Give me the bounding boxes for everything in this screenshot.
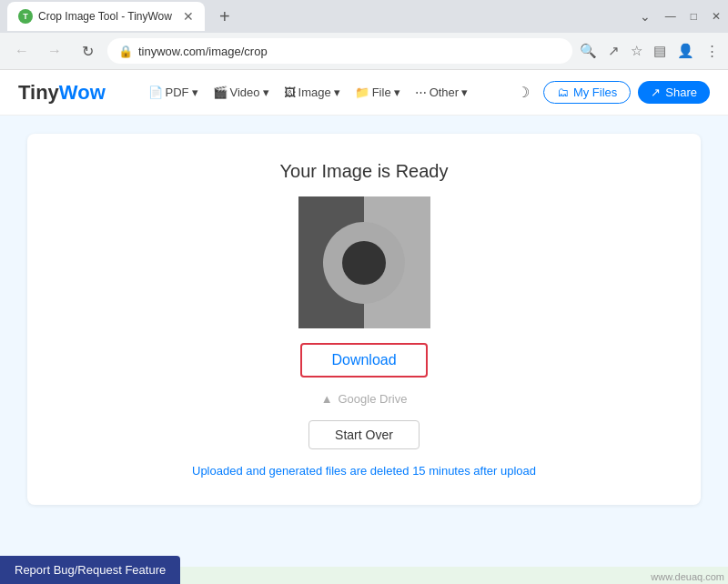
my-files-button[interactable]: 🗂 My Files [543, 81, 631, 104]
tab-title: Crop Image Tool - TinyWow [38, 10, 172, 23]
header-actions: ☽ 🗂 My Files ↗ Share [511, 80, 710, 106]
title-bar: T Crop Image Tool - TinyWow ✕ + ⌄ — □ ✕ [0, 0, 728, 33]
url-input[interactable]: 🔒 tinywow.com/image/crop [107, 38, 572, 64]
result-card: Your Image is Ready Download ▲ Google Dr… [27, 134, 701, 505]
nav-item-file[interactable]: 📁 File ▾ [355, 86, 400, 99]
share-icon[interactable]: ↗ [608, 43, 620, 59]
other-dropdown-icon: ▾ [461, 86, 468, 99]
start-over-label: Start Over [335, 428, 393, 442]
nav-item-image[interactable]: 🖼 Image ▾ [284, 86, 340, 99]
google-drive-button[interactable]: ▲ Google Drive [321, 392, 408, 406]
nav-other-label: Other [430, 86, 460, 99]
notice-text: Uploaded and generated files are deleted… [192, 464, 536, 478]
close-button[interactable]: ✕ [712, 10, 721, 23]
file-dropdown-icon: ▾ [394, 86, 400, 99]
nav-item-pdf[interactable]: 📄 PDF ▾ [148, 86, 198, 99]
drive-icon: ▲ [321, 392, 333, 406]
back-button[interactable]: ← [9, 38, 35, 64]
video-icon: 🎬 [213, 86, 228, 99]
refresh-button[interactable]: ↻ [75, 38, 100, 64]
report-bug-button[interactable]: Report Bug/Request Feature [0, 556, 180, 584]
my-files-label: My Files [573, 86, 617, 99]
address-bar: ← → ↻ 🔒 tinywow.com/image/crop 🔍 ↗ ☆ ▤ 👤… [0, 33, 728, 69]
share-button[interactable]: ↗ Share [638, 81, 710, 104]
chevron-icon: ⌄ [640, 9, 651, 24]
start-over-button[interactable]: Start Over [308, 420, 420, 449]
forward-button[interactable]: → [42, 38, 67, 64]
google-drive-label: Google Drive [339, 392, 408, 406]
main-content: Your Image is Ready Download ▲ Google Dr… [0, 116, 728, 567]
maximize-button[interactable]: □ [691, 10, 697, 23]
pdf-icon: 📄 [148, 86, 163, 99]
pdf-dropdown-icon: ▾ [192, 86, 198, 99]
profile-icon[interactable]: 👤 [677, 43, 694, 59]
site-nav: 📄 PDF ▾ 🎬 Video ▾ 🖼 Image ▾ 📁 File ▾ ⋯ O… [148, 86, 469, 99]
tab-close-button[interactable]: ✕ [183, 9, 194, 24]
share-arrow-icon: ↗ [651, 86, 661, 99]
nav-image-label: Image [298, 86, 331, 99]
preview-circle-outer [323, 222, 405, 304]
file-icon: 📁 [355, 86, 369, 99]
site-header: TinyWow 📄 PDF ▾ 🎬 Video ▾ 🖼 Image ▾ 📁 Fi… [0, 70, 728, 116]
image-icon: 🖼 [284, 86, 296, 99]
url-text: tinywow.com/image/crop [138, 45, 268, 58]
preview-circle-inner [342, 241, 386, 285]
new-tab-button[interactable]: + [212, 4, 238, 29]
minimize-button[interactable]: — [665, 10, 676, 23]
logo-accent: Wow [59, 81, 106, 104]
browser-tab[interactable]: T Crop Image Tool - TinyWow ✕ [7, 2, 205, 31]
sidebar-icon[interactable]: ▤ [653, 43, 666, 59]
bookmark-icon[interactable]: ☆ [631, 43, 642, 59]
my-files-icon: 🗂 [557, 86, 569, 99]
menu-icon[interactable]: ⋮ [705, 43, 719, 59]
card-title: Your Image is Ready [280, 161, 449, 182]
nav-item-video[interactable]: 🎬 Video ▾ [213, 86, 269, 99]
nav-video-label: Video [230, 86, 260, 99]
site-logo[interactable]: TinyWow [18, 81, 106, 105]
other-icon: ⋯ [415, 86, 427, 99]
report-bug-label: Report Bug/Request Feature [15, 563, 166, 577]
watermark: www.deuaq.com [651, 571, 724, 582]
image-preview [298, 196, 430, 328]
image-dropdown-icon: ▾ [334, 86, 340, 99]
search-icon[interactable]: 🔍 [580, 43, 597, 59]
video-dropdown-icon: ▾ [263, 86, 269, 99]
download-label: Download [331, 352, 396, 368]
nav-pdf-label: PDF [166, 86, 189, 99]
nav-item-other[interactable]: ⋯ Other ▾ [415, 86, 469, 99]
share-label: Share [665, 86, 697, 99]
dark-mode-button[interactable]: ☽ [511, 80, 536, 106]
tab-favicon: T [18, 9, 33, 24]
download-button[interactable]: Download [300, 343, 427, 378]
nav-file-label: File [372, 86, 391, 99]
